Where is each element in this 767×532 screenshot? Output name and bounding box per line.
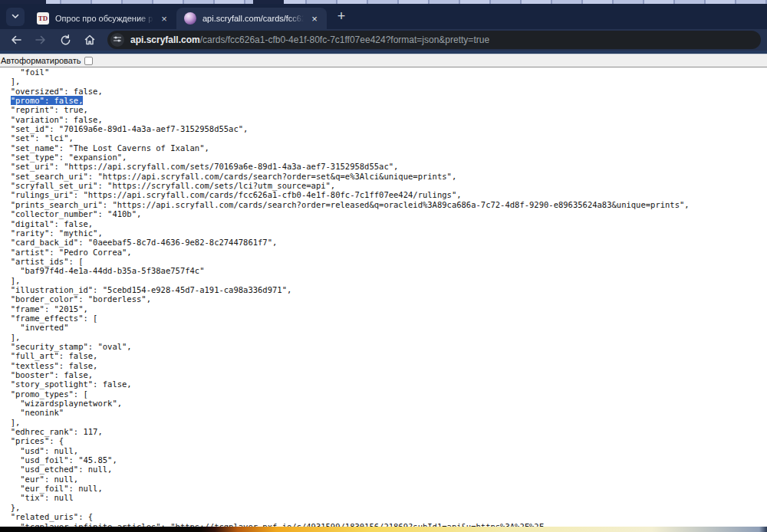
back-arrow-icon [10,34,22,46]
json-line: "illustration_id": "5cebd154-e928-45d7-a… [1,285,767,294]
json-line: "story_spotlight": false, [1,379,767,389]
close-tab-icon[interactable]: × [308,12,321,25]
tab-scryfall-api[interactable]: api.scryfall.com/cards/fcc626a1 × [176,8,327,29]
json-line: "card_back_id": "0aeebaf5-8c7d-4636-9e82… [1,238,767,247]
json-line: ], [1,276,767,285]
json-line: "edhrec_rank": 117, [1,427,767,436]
chevron-down-icon [11,10,20,24]
browser-window: TD Опрос про обсуждение резул × api.scry… [0,0,767,532]
json-response-view: "foil" ], "oversized": false, "promo": f… [0,67,767,532]
json-line: "usd": null, [1,446,767,455]
site-settings-button[interactable] [110,33,124,47]
json-line: "set_name": "The Lost Caverns of Ixalan"… [1,143,767,153]
tab-title: api.scryfall.com/cards/fcc626a1 [202,14,304,23]
back-button[interactable] [6,31,26,49]
home-button[interactable] [80,31,100,49]
json-line: }, [1,503,767,512]
tab-bar: TD Опрос про обсуждение резул × api.scry… [0,4,767,29]
td-favicon-icon: TD [37,12,49,25]
json-line: ], [1,77,767,86]
json-code: "foil" ], "oversized": false, "promo": f… [0,67,767,531]
json-line: "full_art": false, [1,351,767,360]
tune-icon [113,33,122,47]
json-line: "rarity": "mythic", [1,228,767,238]
json-line: "related_uris": { [1,512,767,521]
json-line: "booster": false, [1,370,767,379]
url-host: api.scryfall.com [130,34,200,45]
json-line: "prints_search_uri": "https://api.scryfa… [1,200,767,209]
json-line: "artist_ids": [ [1,257,767,266]
json-line: "prices": { [1,436,767,445]
json-line: "textless": false, [1,361,767,370]
json-line: "oversized": false, [1,87,767,96]
tab-survey[interactable]: TD Опрос про обсуждение резул × [29,8,176,29]
url-text: api.scryfall.com/cards/fcc626a1-cfb0-4e1… [130,34,489,45]
json-line: ], [1,418,767,427]
json-line: "tix": null [1,493,767,502]
background-window-bottom-strip [0,527,767,532]
json-line: "set_search_uri": "https://api.scryfall.… [1,172,767,181]
json-line: "scryfall_set_uri": "https://scryfall.co… [1,181,767,190]
pretty-print-label: Автоформатировать [1,56,81,65]
json-line: "usd_etched": null, [1,465,767,474]
url-path: /cards/fcc626a1-cfb0-4e1f-80fc-7c1ff07ee… [200,34,489,45]
new-tab-button[interactable]: + [331,6,351,26]
json-line: "eur": null, [1,475,767,484]
tab-search-button[interactable] [6,8,25,26]
json-line: "collector_number": "410b", [1,209,767,218]
json-line: "promo": false, [1,96,767,105]
json-line: "security_stamp": "oval", [1,342,767,351]
json-line: "artist": "Pedro Correa", [1,248,767,257]
selected-text: "promo": false, [11,96,84,105]
scryfall-favicon-icon [184,12,196,25]
pretty-print-checkbox[interactable] [84,57,93,65]
home-icon [84,34,96,46]
json-line: "digital": false, [1,219,767,228]
forward-button[interactable] [31,31,51,49]
json-line: "set_uri": "https://api.scryfall.com/set… [1,162,767,171]
pretty-print-bar: Автоформатировать [0,54,767,67]
address-bar[interactable]: api.scryfall.com/cards/fcc626a1-cfb0-4e1… [107,31,761,49]
json-line: "wizardsplaynetwork", [1,399,767,408]
json-line: "frame": "2015", [1,304,767,314]
json-line: "variation": false, [1,115,767,124]
json-line: "baf97f4d-4e1a-44dd-b35a-5f38ae757f4c" [1,266,767,275]
json-line: "neonink" [1,408,767,417]
browser-toolbar: api.scryfall.com/cards/fcc626a1-cfb0-4e1… [0,29,767,51]
close-tab-icon[interactable]: × [158,12,170,25]
tab-title: Опрос про обсуждение резул [55,14,153,23]
json-line: "set": "lci", [1,133,767,143]
forward-arrow-icon [35,34,47,46]
json-line: "promo_types": [ [1,389,767,399]
json-line: "inverted" [1,323,767,332]
json-line: "eur_foil": null, [1,484,767,493]
json-line: "set_type": "expansion", [1,153,767,162]
json-line: "reprint": true, [1,105,767,114]
json-line: "rulings_uri": "https://api.scryfall.com… [1,190,767,199]
json-line: "frame_effects": [ [1,314,767,323]
json-line: "foil" [1,67,767,77]
json-line: ], [1,333,767,342]
json-line: "border_color": "borderless", [1,294,767,304]
reload-icon [60,34,71,46]
json-line: "set_id": "70169a6e-89d1-4a3a-aef7-31529… [1,124,767,133]
json-line: "usd_foil": "45.85", [1,455,767,465]
reload-button[interactable] [55,31,75,49]
